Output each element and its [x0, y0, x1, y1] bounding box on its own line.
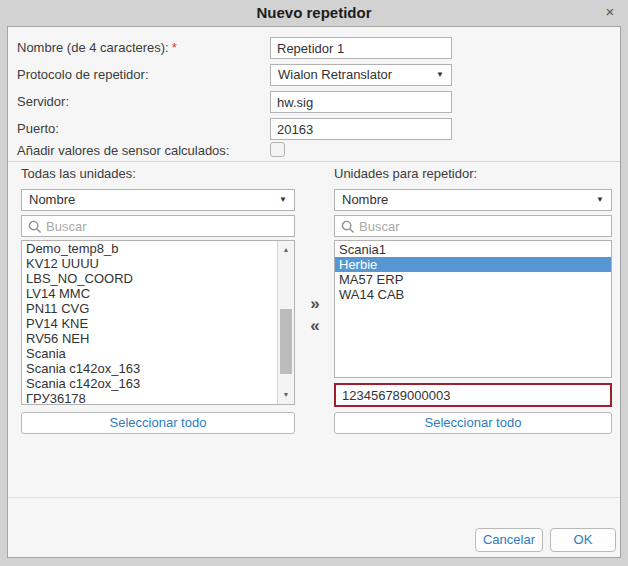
dialog-titlebar: Nuevo repetidor ×	[0, 0, 628, 26]
dialog-title: Nuevo repetidor	[256, 4, 371, 21]
protocol-select[interactable]: Wialon Retranslator ▼	[270, 64, 452, 86]
unit-id-input[interactable]	[336, 385, 610, 405]
all-units-scrollbar[interactable]: ▲ ▼	[277, 241, 294, 404]
all-units-sort-value: Nombre	[29, 190, 75, 210]
chevron-down-icon: ▼	[436, 65, 444, 85]
repeater-units-list[interactable]: Scania1HerbieMA57 ERPWA14 CAB	[335, 242, 611, 302]
unit-id-field-wrap	[334, 383, 612, 407]
unit-list-item[interactable]: LV14 MMC	[22, 286, 277, 301]
unit-list-item[interactable]: Scania c142ox_163	[22, 376, 277, 391]
port-input[interactable]	[271, 119, 451, 139]
repeater-units-title: Unidades para repetidor:	[334, 166, 477, 182]
unit-list-item[interactable]: Scania	[22, 346, 277, 361]
port-field-wrap	[270, 118, 452, 140]
scroll-down-icon[interactable]: ▼	[278, 388, 294, 402]
all-units-list[interactable]: Demo_temp8_bKV12 UUUULBS_NO_COORDLV14 MM…	[22, 241, 277, 405]
ok-button[interactable]: OK	[550, 528, 616, 552]
new-repeater-dialog: Nuevo repetidor × Nombre (de 4 caractere…	[0, 0, 628, 566]
move-left-button[interactable]: «	[301, 316, 329, 336]
search-icon	[28, 220, 42, 234]
name-label: Nombre (de 4 caracteres):*	[17, 37, 177, 59]
unit-list-item[interactable]: Herbie	[335, 257, 611, 272]
name-input[interactable]	[271, 38, 451, 58]
unit-list-item[interactable]: MA57 ERP	[335, 272, 611, 287]
all-units-select-all-button[interactable]: Seleccionar todo	[21, 412, 295, 434]
unit-list-item[interactable]: ГРУ36178	[22, 391, 277, 405]
server-input[interactable]	[271, 92, 451, 112]
calc-sensors-label: Añadir valores de sensor calculados:	[17, 140, 229, 162]
search-icon	[341, 220, 355, 234]
calc-sensors-checkbox[interactable]	[270, 142, 285, 157]
unit-list-item[interactable]: RV56 NEH	[22, 331, 277, 346]
repeater-units-listbox: Scania1HerbieMA57 ERPWA14 CAB	[334, 240, 612, 378]
all-units-listbox: Demo_temp8_bKV12 UUUULBS_NO_COORDLV14 MM…	[21, 240, 295, 405]
unit-list-item[interactable]: Scania c142ox_163	[22, 361, 277, 376]
name-field-wrap	[270, 37, 452, 59]
unit-list-item[interactable]: LBS_NO_COORD	[22, 271, 277, 286]
unit-list-item[interactable]: Scania1	[335, 242, 611, 257]
unit-list-item[interactable]: Demo_temp8_b	[22, 241, 277, 256]
unit-list-item[interactable]: PV14 KNE	[22, 316, 277, 331]
scroll-up-icon[interactable]: ▲	[278, 243, 294, 257]
unit-list-item[interactable]: PN11 CVG	[22, 301, 277, 316]
footer-separator	[8, 497, 620, 498]
form-separator	[8, 161, 620, 162]
close-icon[interactable]: ×	[601, 3, 619, 21]
repeater-units-search-input[interactable]	[335, 216, 611, 236]
all-units-search-input[interactable]	[22, 216, 294, 236]
cancel-button[interactable]: Cancelar	[475, 528, 543, 552]
chevron-down-icon: ▼	[596, 190, 604, 210]
server-label: Servidor:	[17, 91, 69, 113]
all-units-sort-select[interactable]: Nombre ▼	[21, 189, 295, 211]
repeater-units-sort-select[interactable]: Nombre ▼	[334, 189, 612, 211]
required-asterisk: *	[172, 40, 177, 55]
chevron-down-icon: ▼	[279, 190, 287, 210]
unit-list-item[interactable]: KV12 UUUU	[22, 256, 277, 271]
repeater-units-sort-value: Nombre	[342, 190, 388, 210]
repeater-units-select-all-button[interactable]: Seleccionar todo	[334, 412, 612, 434]
move-right-button[interactable]: »	[301, 294, 329, 314]
repeater-units-search	[334, 215, 612, 237]
unit-list-item[interactable]: WA14 CAB	[335, 287, 611, 302]
scrollbar-thumb[interactable]	[280, 309, 292, 374]
port-label: Puerto:	[17, 118, 59, 140]
server-field-wrap	[270, 91, 452, 113]
all-units-title: Todas las unidades:	[21, 166, 136, 182]
protocol-value: Wialon Retranslator	[278, 65, 392, 85]
protocol-label: Protocolo de repetidor:	[17, 64, 149, 86]
all-units-search	[21, 215, 295, 237]
